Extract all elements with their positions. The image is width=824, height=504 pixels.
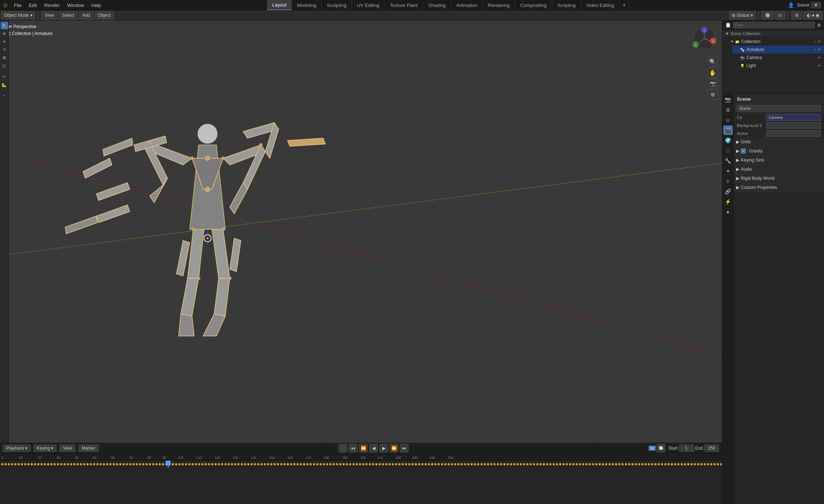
scene-collection-expand[interactable]: ▼ (725, 31, 730, 36)
snap-btn[interactable]: 🔘 (762, 11, 774, 19)
marker-menu[interactable]: Marker (78, 445, 98, 452)
outliner-search-input[interactable] (733, 22, 815, 28)
tab-scripting[interactable]: Scripting (552, 0, 581, 10)
keyframe-dot (260, 463, 263, 465)
jump-start-btn[interactable]: ⏮ (349, 444, 357, 453)
main-viewport[interactable]: User Perspective (92) Collection | Armat… (0, 20, 722, 443)
world-props-btn[interactable]: 🌍 (723, 136, 733, 145)
tab-texture-paint[interactable]: Texture Paint (385, 0, 423, 10)
collection-item[interactable]: ▼ 📁 Collection ✓ 👁 (727, 38, 824, 46)
add-tool-btn[interactable]: + (1, 92, 8, 99)
shading-btns[interactable]: ◐ ● ◉ (804, 11, 823, 19)
constraints-props-btn[interactable]: 🔗 (723, 187, 733, 196)
select-menu[interactable]: Select (59, 11, 77, 19)
outliner-filter-icon[interactable]: ⚙ (817, 23, 821, 28)
cursor-tool-btn[interactable]: ⊕ (1, 30, 8, 37)
scene-name-field[interactable]: Scene (737, 105, 821, 112)
menu-render[interactable]: Render (40, 0, 63, 10)
light-item[interactable]: 💡 Light 👁 (732, 62, 824, 70)
start-frame-input[interactable] (679, 445, 694, 452)
render-props-btn[interactable]: 📷 (723, 95, 733, 104)
jump-end-btn[interactable]: ⏭ (400, 444, 409, 453)
audio-section-header[interactable]: ▶ Audio (734, 165, 824, 174)
timeline-track[interactable]: 0 10 20 30 40 50 60 70 80 90 100 110 120… (0, 453, 722, 504)
camera-field[interactable]: Camera (766, 114, 821, 121)
frame-sync-btn[interactable]: 🔄 (657, 444, 665, 453)
tab-add[interactable]: + (620, 0, 629, 10)
keyframe-dot (208, 463, 210, 465)
menu-file[interactable]: File (10, 0, 25, 10)
camera-item[interactable]: 📷 Camera 👁 (732, 54, 824, 62)
grid-view-btn[interactable]: ⊞ (708, 90, 717, 99)
rigid-body-world-header[interactable]: ▶ Rigid Body World (734, 174, 824, 183)
object-menu[interactable]: Object (95, 11, 114, 19)
scene-props-btn[interactable]: 🎬 (723, 125, 733, 135)
hand-tool-btn[interactable]: ✋ (708, 68, 717, 77)
zoom-in-btn[interactable]: 🔍 (708, 57, 717, 66)
audio-label: Audio (741, 167, 752, 172)
overlay-btn[interactable]: ⚙ (792, 11, 802, 19)
scale-tool-btn[interactable]: ⊠ (1, 54, 8, 61)
keying-menu[interactable]: Keying ▾ (34, 445, 57, 452)
particles-props-btn[interactable]: ✦ (723, 166, 733, 176)
play-btn[interactable]: ▶ (379, 444, 388, 453)
tab-shading[interactable]: Shading (423, 0, 451, 10)
stop-btn[interactable]: ⬛ (339, 444, 347, 453)
step-forward-btn[interactable]: ⏩ (390, 444, 398, 453)
keyframe-dot (582, 463, 584, 465)
keyframe-dot (664, 463, 666, 465)
view-menu-timeline[interactable]: View (59, 445, 76, 452)
tab-modeling[interactable]: Modeling (292, 0, 322, 10)
material-props-btn[interactable]: ● (723, 207, 733, 217)
data-props-btn[interactable]: ⚡ (723, 197, 733, 206)
tab-rendering[interactable]: Rendering (483, 0, 515, 10)
modifiers-props-btn[interactable]: 🔧 (723, 156, 733, 166)
select-tool-btn[interactable]: ↖ (1, 22, 8, 29)
keyframe-dot (303, 463, 305, 465)
playback-menu[interactable]: Playback ▾ (3, 445, 31, 452)
tab-animation[interactable]: Animation (451, 0, 483, 10)
view-layer-props-btn[interactable]: 🗂 (723, 115, 733, 125)
keying-sets-section-header[interactable]: ▶ Keying Sets (734, 156, 824, 164)
menu-edit[interactable]: Edit (25, 0, 40, 10)
tab-sculpting[interactable]: Sculpting (322, 0, 352, 10)
end-frame-input[interactable] (704, 445, 719, 452)
tab-compositing[interactable]: Compositing (515, 0, 552, 10)
gravity-section-header[interactable]: ▶ ✓ Gravity (734, 147, 824, 155)
menu-window[interactable]: Window (63, 0, 88, 10)
collection-expand-arrow: ▼ (730, 40, 734, 43)
playhead[interactable] (168, 461, 169, 468)
annotate-tool-btn[interactable]: ✏ (1, 73, 8, 80)
scene-selector[interactable]: ▼ (811, 2, 821, 8)
transform-tool-btn[interactable]: ⊡ (1, 62, 8, 69)
proportional-btn[interactable]: ⊙ (775, 11, 785, 19)
tab-uv-editing[interactable]: UV Editing (352, 0, 384, 10)
view-menu[interactable]: View (41, 11, 57, 19)
camera-view-btn[interactable]: 📷 (708, 79, 717, 88)
navigation-gizmo[interactable]: Z X Y (691, 26, 717, 52)
current-frame-display[interactable]: 92 (649, 446, 656, 451)
physics-props-btn[interactable]: ⚛ (723, 177, 733, 186)
active-field[interactable] (766, 130, 821, 137)
rotate-tool-btn[interactable]: ↺ (1, 46, 8, 53)
units-section-header[interactable]: ▶ Units (734, 137, 824, 146)
background-field[interactable] (766, 122, 821, 129)
object-mode-dropdown[interactable]: Object Mode ▾ (1, 11, 35, 19)
output-props-btn[interactable]: 🖥 (723, 105, 733, 115)
measure-tool-btn[interactable]: 📐 (1, 81, 8, 88)
play-reverse-btn[interactable]: ◀ (369, 444, 378, 453)
step-back-btn[interactable]: ⏪ (359, 444, 368, 453)
object-props-btn[interactable]: ◻ (723, 146, 733, 155)
global-dropdown[interactable]: ⊞ Global ▾ (729, 11, 755, 19)
tab-layout[interactable]: Layout (267, 0, 292, 10)
add-menu[interactable]: Add (79, 11, 93, 19)
gravity-checkbox[interactable]: ✓ (741, 148, 746, 154)
tab-video-editing[interactable]: Video Editing (581, 0, 619, 10)
svg-marker-24 (179, 314, 194, 336)
ruler-170: 170 (306, 456, 311, 460)
move-tool-btn[interactable]: ✛ (1, 38, 8, 45)
armature-item[interactable]: 🦴 Armature ✓ 👁 (732, 46, 824, 54)
menu-help[interactable]: Help (88, 0, 105, 10)
toolbar-bar: Object Mode ▾ View Select Add Object ⊞ G… (0, 10, 824, 20)
custom-properties-header[interactable]: ▶ Custom Properties (734, 183, 824, 192)
